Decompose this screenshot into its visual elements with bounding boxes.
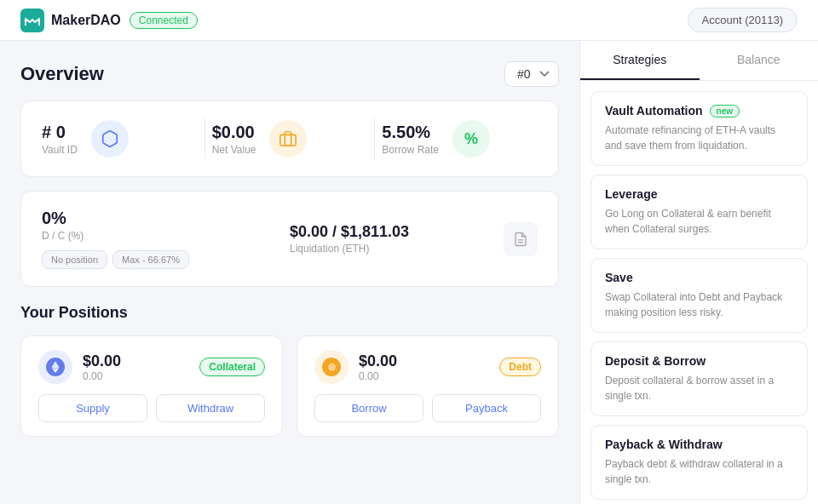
strategy-payback-withdraw[interactable]: Payback & Withdraw Payback debt & withdr…	[590, 425, 808, 500]
main-content: Overview #0 # 0 Vault ID	[0, 41, 579, 504]
strategy-payback-withdraw-header: Payback & Withdraw	[605, 438, 793, 451]
debt-value: $0.00	[359, 352, 397, 370]
borrow-rate-label: Borrow Rate	[382, 144, 439, 156]
stats-card: # 0 Vault ID $0.00 Net Value	[20, 100, 559, 177]
logo: MakerDAO	[20, 9, 121, 32]
stat-divider-2	[374, 118, 375, 159]
dc-max-badge: Max - 66.67%	[112, 250, 189, 269]
dc-label: D / C (%)	[42, 230, 290, 242]
liq-icon	[504, 222, 538, 256]
strategy-payback-withdraw-name: Payback & Withdraw	[605, 438, 723, 451]
overview-title: Overview	[20, 63, 104, 85]
dc-right: $0.00 / $1,811.03 Liquidation (ETH)	[290, 222, 538, 256]
strategy-vault-automation-header: Vault Automation new	[605, 104, 793, 117]
logo-text: MakerDAO	[51, 13, 121, 28]
debt-badge: Debt	[499, 358, 541, 376]
tab-strategies[interactable]: Strategies	[580, 41, 700, 80]
strategy-leverage-name: Leverage	[605, 187, 657, 201]
stat-divider-1	[204, 118, 205, 159]
collateral-sub: 0.00	[83, 370, 121, 382]
svg-rect-1	[280, 135, 296, 146]
strategy-save[interactable]: Save Swap Collateral into Debt and Payba…	[590, 258, 808, 333]
payback-button[interactable]: Payback	[432, 394, 541, 422]
dc-left: 0% D / C (%) No position Max - 66.67%	[42, 209, 290, 269]
makerdao-logo-icon	[20, 9, 44, 32]
net-value-label: Net Value	[212, 144, 256, 156]
debt-header: ◎ $0.00 0.00 Debt	[314, 350, 541, 384]
strategy-save-desc: Swap Collateral into Debt and Payback ma…	[605, 289, 793, 320]
net-value-icon	[269, 120, 307, 158]
dc-value: 0%	[42, 209, 290, 228]
collateral-header: $0.00 0.00 Collateral	[38, 350, 265, 384]
sidebar-content: Vault Automation new Automate refinancin…	[580, 81, 818, 504]
dc-no-position-badge: No position	[42, 250, 107, 269]
sidebar: Strategies Balance Vault Automation new …	[579, 41, 818, 504]
borrow-button[interactable]: Borrow	[314, 394, 423, 422]
strategy-deposit-borrow-desc: Deposit collateral & borrow asset in a s…	[605, 373, 793, 404]
overview-header: Overview #0	[20, 61, 559, 87]
collateral-actions: Supply Withdraw	[38, 394, 265, 422]
debt-amount: $0.00 0.00	[359, 352, 397, 382]
strategy-leverage-header: Leverage	[605, 187, 793, 201]
collateral-amount: $0.00 0.00	[83, 352, 121, 382]
collateral-badge: Collateral	[199, 358, 265, 376]
strategy-deposit-borrow-header: Deposit & Borrow	[605, 354, 793, 368]
strategy-payback-withdraw-desc: Payback debt & withdraw collateral in a …	[605, 456, 793, 487]
liq-value: $0.00 / $1,811.03	[290, 223, 409, 241]
withdraw-button[interactable]: Withdraw	[156, 394, 265, 422]
borrow-rate-value: 5.50%	[382, 123, 439, 142]
strategy-deposit-borrow-name: Deposit & Borrow	[605, 354, 706, 368]
body: Overview #0 # 0 Vault ID	[0, 41, 818, 504]
supply-button[interactable]: Supply	[38, 394, 147, 422]
svg-text:◎: ◎	[328, 362, 336, 371]
vault-select[interactable]: #0	[504, 61, 559, 87]
strategy-vault-automation[interactable]: Vault Automation new Automate refinancin…	[590, 91, 808, 166]
strategy-leverage[interactable]: Leverage Go Long on Collateral & earn be…	[590, 175, 808, 249]
dc-card: 0% D / C (%) No position Max - 66.67% $0…	[20, 191, 559, 287]
debt-actions: Borrow Payback	[314, 394, 541, 422]
eth-icon	[38, 350, 72, 384]
strategy-deposit-borrow[interactable]: Deposit & Borrow Deposit collateral & bo…	[590, 341, 808, 416]
header: MakerDAO Connected Account (20113)	[0, 0, 818, 41]
tab-balance[interactable]: Balance	[700, 41, 819, 80]
account-pill[interactable]: Account (20113)	[688, 8, 798, 32]
collateral-card: $0.00 0.00 Collateral Supply Withdraw	[20, 335, 283, 437]
dai-icon: ◎	[314, 350, 349, 384]
net-value-value: $0.00	[212, 123, 256, 142]
vault-id-value: # 0	[42, 123, 78, 142]
net-value-stat: $0.00 Net Value	[212, 120, 368, 158]
strategy-save-name: Save	[605, 271, 633, 284]
strategy-vault-automation-name: Vault Automation	[605, 104, 703, 117]
strategy-leverage-desc: Go Long on Collateral & earn benefit whe…	[605, 206, 793, 237]
debt-card: ◎ $0.00 0.00 Debt Borrow Payback	[297, 335, 559, 437]
debt-sub: 0.00	[359, 370, 397, 382]
strategy-vault-automation-badge: new	[710, 105, 740, 117]
sidebar-tabs: Strategies Balance	[580, 41, 818, 81]
borrow-rate-icon: %	[452, 120, 490, 158]
collateral-value: $0.00	[83, 352, 121, 370]
connected-badge: Connected	[130, 12, 198, 29]
vault-id-stat: # 0 Vault ID	[42, 120, 198, 158]
strategy-save-header: Save	[605, 271, 793, 284]
liq-label: Liquidation (ETH)	[290, 243, 409, 255]
strategy-vault-automation-desc: Automate refinancing of ETH-A vaults and…	[605, 123, 793, 153]
vault-id-icon	[91, 120, 129, 158]
vault-id-label: Vault ID	[42, 144, 78, 156]
positions-grid: $0.00 0.00 Collateral Supply Withdraw	[20, 335, 559, 437]
positions-title: Your Positions	[20, 304, 559, 322]
borrow-rate-stat: 5.50% Borrow Rate %	[382, 120, 538, 158]
